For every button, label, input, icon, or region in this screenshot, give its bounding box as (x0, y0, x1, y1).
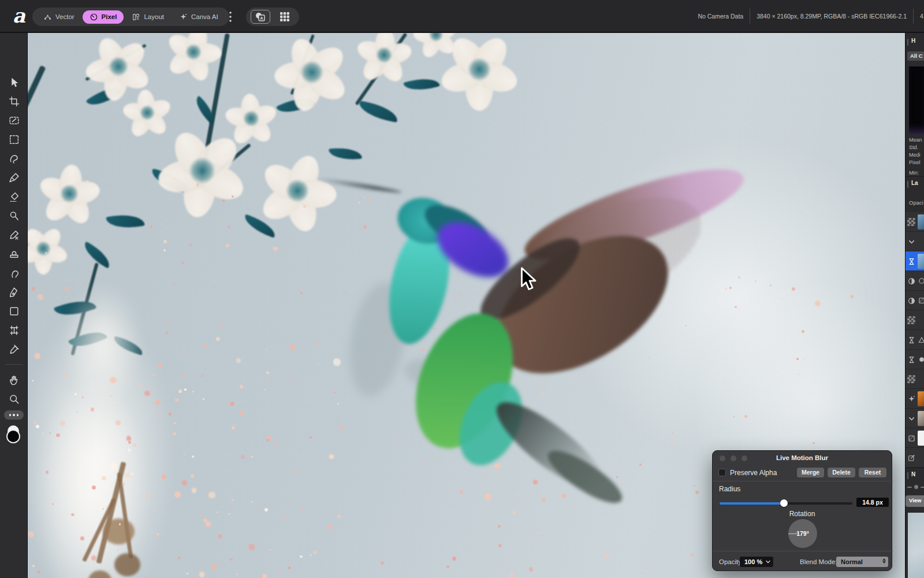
bokeh-dot (645, 568, 647, 569)
layer-row[interactable] (906, 389, 924, 409)
freehand-selection-tool[interactable] (0, 150, 28, 167)
histogram-panel-title: H (911, 38, 915, 44)
squareic-icon (907, 434, 916, 443)
merge-button[interactable]: Merge (797, 468, 824, 477)
bokeh-dot (219, 323, 223, 327)
layer-row[interactable] (906, 448, 924, 468)
color-swatches[interactable] (5, 425, 23, 449)
affinity-photo-window: a VectorPixelLayoutCanva AI A (0, 0, 924, 578)
primary-color-swatch[interactable] (6, 429, 20, 443)
layer-row[interactable] (906, 212, 924, 232)
crop-tool[interactable] (0, 92, 28, 110)
healing-brush-tool[interactable] (0, 226, 28, 243)
bokeh-dot (211, 564, 217, 569)
stepper-icon (882, 558, 886, 564)
overflow-menu-button[interactable] (226, 10, 234, 24)
erase-brush-tool[interactable] (0, 188, 28, 205)
bokeh-dot (80, 536, 84, 540)
blossom-flower (360, 33, 409, 80)
layer-row[interactable] (906, 330, 924, 350)
opacity-select[interactable]: 100 % (740, 557, 773, 567)
navigator-controls[interactable] (907, 485, 924, 489)
reset-button[interactable]: Reset (859, 468, 886, 477)
blend-mode-select[interactable]: Normal (836, 557, 888, 567)
bokeh-dot (199, 513, 202, 516)
view-pan-tool[interactable] (0, 371, 28, 388)
affinity-logo[interactable]: a (9, 4, 29, 27)
radius-value-field[interactable]: 14.8 px (856, 498, 889, 507)
rotation-dial[interactable]: 179° (788, 519, 817, 548)
panel-grip (907, 472, 908, 479)
grid-view-button[interactable] (275, 10, 295, 24)
flower-center (243, 110, 259, 126)
view-mode-button[interactable]: View (906, 495, 924, 507)
bokeh-dot (182, 480, 187, 485)
layer-row[interactable] (906, 350, 924, 369)
layer-row[interactable] (906, 291, 924, 310)
delete-button[interactable]: Delete (828, 468, 855, 477)
persona-tab-pixel[interactable]: Pixel (83, 10, 124, 24)
smudge-tool[interactable] (0, 264, 28, 281)
histogram-stat-label: Mean (909, 137, 922, 143)
foreground-petal (62, 281, 143, 409)
healing-icon (8, 229, 20, 241)
bokeh-dot (74, 393, 77, 395)
bokeh-dot (64, 373, 68, 377)
persona-tab-canva-ai[interactable]: Canva AI (172, 10, 225, 24)
layer-thumbnail (918, 391, 924, 406)
bokeh-dot (178, 562, 179, 564)
bokeh-dot (173, 177, 176, 180)
navigator-preview[interactable] (908, 513, 924, 578)
mouse-cursor (517, 267, 538, 291)
layer-row[interactable] (906, 428, 924, 448)
clone-stamp-tool[interactable] (0, 245, 28, 262)
histogram-channel-button[interactable]: All C (907, 51, 924, 61)
bokeh-dot (78, 283, 80, 284)
layer-row[interactable] (906, 310, 924, 330)
mesh-warp-tool[interactable] (0, 321, 28, 339)
radius-slider[interactable] (720, 499, 852, 507)
leaf (357, 101, 399, 123)
layer-thumb-checker (907, 316, 916, 325)
shape-tool[interactable] (0, 302, 28, 320)
bokeh-dot (236, 573, 238, 575)
dried-flower (114, 553, 140, 576)
persona-tab-layout[interactable]: Layout (125, 10, 171, 24)
bokeh-dot (264, 508, 268, 512)
paint-brush-tool[interactable] (0, 169, 28, 186)
bokeh-dot (163, 249, 166, 252)
bokeh-dot (169, 413, 172, 416)
bokeh-dot (264, 389, 265, 390)
tools-panel (0, 33, 28, 578)
layer-row[interactable] (906, 232, 924, 251)
color-picker-tool[interactable] (0, 340, 28, 358)
bokeh-dot (35, 353, 40, 359)
pen-tool[interactable] (0, 283, 28, 301)
layer-row[interactable] (906, 409, 924, 428)
layer-row[interactable] (906, 271, 924, 291)
preserve-alpha-checkbox[interactable] (718, 469, 726, 476)
layer-row-selected[interactable] (906, 251, 924, 271)
zoom-tool[interactable] (0, 390, 28, 407)
bokeh-dot (241, 455, 245, 459)
adjust-icon (907, 297, 916, 305)
rectangular-marquee-tool[interactable] (0, 131, 28, 148)
slider-knob[interactable] (780, 499, 788, 507)
flower-center (140, 105, 155, 120)
chevron-icon (907, 237, 916, 246)
persona-tab-vector[interactable]: Vector (36, 10, 81, 24)
bokeh-dot (288, 566, 291, 569)
persona-tab-label: Vector (55, 13, 74, 20)
select-subject-button[interactable]: A (251, 10, 270, 24)
move-tool[interactable] (0, 73, 28, 91)
chevron-down-icon (766, 560, 770, 564)
svg-text:A: A (260, 16, 263, 21)
dodge-brush-tool[interactable] (0, 207, 28, 224)
bokeh-dot (47, 273, 48, 275)
hand-icon (8, 374, 20, 386)
selection-brush-tool[interactable] (0, 112, 28, 129)
bokeh-dot (313, 551, 316, 554)
rotation-label: Rotation (713, 510, 892, 518)
more-tools-button[interactable] (4, 410, 24, 420)
layer-row[interactable] (906, 369, 924, 389)
